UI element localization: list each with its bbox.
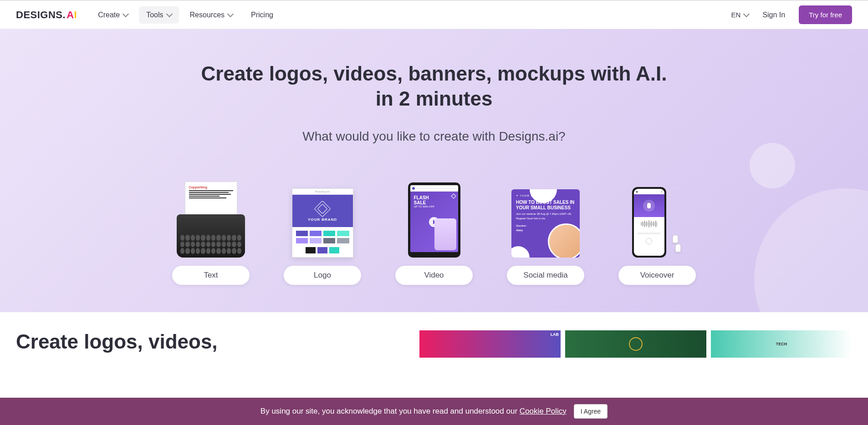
hero-title: Create logos, videos, banners, mockups w… <box>193 61 675 111</box>
section-2: Create logos, videos, LAB TECH <box>0 312 868 358</box>
typewriter-body <box>177 214 245 258</box>
header-right: EN Sign In Try for free <box>731 5 852 24</box>
video-button[interactable]: Video <box>395 266 473 285</box>
card-voiceover: ◀⤴ <box>618 171 696 285</box>
showcase-image-2 <box>565 330 706 358</box>
logo[interactable]: DESIGNS. AI <box>16 9 77 21</box>
logo-text: DESIGNS. <box>16 9 66 21</box>
tablet-icon: FLASH SALE UP TO 50% OFF <box>408 182 460 258</box>
social-brand: ✦ YOUR BRAND <box>516 194 575 197</box>
signin-link[interactable]: Sign In <box>762 11 785 19</box>
social-post-icon: ✦ YOUR BRAND HOW TO BOOST SALES IN YOUR … <box>511 189 580 258</box>
social-sub2: Register Now! link in bio <box>516 217 575 220</box>
chevron-down-icon <box>743 10 750 17</box>
card-social: ✦ YOUR BRAND HOW TO BOOST SALES IN YOUR … <box>507 171 584 285</box>
card-video: FLASH SALE UP TO 50% OFF Video <box>395 171 473 285</box>
create-cards: Copywriting <box>9 171 859 285</box>
hero-section: Create logos, videos, banners, mockups w… <box>0 29 868 312</box>
card-text: Copywriting <box>172 171 250 285</box>
text-button[interactable]: Text <box>172 266 250 285</box>
text-visual: Copywriting <box>174 171 247 258</box>
language-label: EN <box>731 11 741 19</box>
social-name: Abby <box>516 229 575 232</box>
branding-kit-icon: Branding kit YOUR BRAND <box>292 188 353 258</box>
social-speaker: Speaker: <box>516 224 575 227</box>
hero-subtitle: What would you like to create with Desig… <box>9 129 859 144</box>
flash-text: FLASH <box>414 195 454 200</box>
logo-card-header: Branding kit <box>292 189 353 195</box>
card-logo: Branding kit YOUR BRAND Logo <box>284 171 361 285</box>
section2-title: Create logos, videos, <box>16 330 392 353</box>
chevron-down-icon <box>166 10 172 17</box>
social-sub1: Join our webinar 28 Aug @ 7.30pm (GMT +8… <box>516 212 575 215</box>
logo-ai: AI <box>66 9 77 21</box>
try-for-free-button[interactable]: Try for free <box>799 5 852 24</box>
language-selector[interactable]: EN <box>731 11 749 19</box>
nav-pricing-label: Pricing <box>251 11 273 19</box>
typewriter-icon: Copywriting <box>177 182 245 258</box>
header: DESIGNS. AI Create Tools Resources Prici… <box>0 0 868 29</box>
section2-images: LAB TECH <box>419 330 852 358</box>
swatches-row2 <box>292 247 353 257</box>
typewriter-paper: Copywriting <box>185 182 237 218</box>
logo-ai-a: A <box>66 9 74 20</box>
chevron-down-icon <box>227 10 234 17</box>
sale-sub: UP TO 50% OFF <box>414 205 454 208</box>
chevron-down-icon <box>123 10 129 17</box>
voiceover-visual: ◀⤴ <box>621 171 694 258</box>
earbuds-icon <box>669 235 683 258</box>
showcase-image-1: LAB <box>419 330 561 358</box>
social-title: HOW TO BOOST SALES IN YOUR SMALL BUSINES… <box>516 200 575 211</box>
logo-ai-i: I <box>74 9 77 20</box>
color-swatches <box>292 227 353 247</box>
logo-button[interactable]: Logo <box>284 266 361 285</box>
logo-brand-area: YOUR BRAND <box>292 195 353 227</box>
sale-text: SALE <box>414 200 454 205</box>
nav-tools[interactable]: Tools <box>139 6 179 24</box>
paper-title: Copywriting <box>189 186 233 189</box>
logo-brand-text: YOUR BRAND <box>297 218 348 222</box>
social-button[interactable]: Social media <box>507 266 584 285</box>
header-left: DESIGNS. AI Create Tools Resources Prici… <box>16 6 281 24</box>
main-nav: Create Tools Resources Pricing <box>91 6 281 24</box>
nav-resources[interactable]: Resources <box>183 6 240 24</box>
video-visual: FLASH SALE UP TO 50% OFF <box>398 171 470 258</box>
nav-pricing[interactable]: Pricing <box>244 6 281 24</box>
nav-create-label: Create <box>98 11 120 19</box>
nav-tools-label: Tools <box>146 11 163 19</box>
nav-create[interactable]: Create <box>91 6 135 24</box>
phone-icon: ◀⤴ <box>632 187 666 258</box>
showcase-image-3: TECH <box>711 330 852 358</box>
voiceover-button[interactable]: Voiceover <box>618 266 696 285</box>
logo-visual: Branding kit YOUR BRAND <box>286 171 359 258</box>
social-visual: ✦ YOUR BRAND HOW TO BOOST SALES IN YOUR … <box>509 171 582 258</box>
microphone-icon <box>647 203 651 208</box>
nav-resources-label: Resources <box>190 11 225 19</box>
polygon-icon <box>314 201 331 218</box>
